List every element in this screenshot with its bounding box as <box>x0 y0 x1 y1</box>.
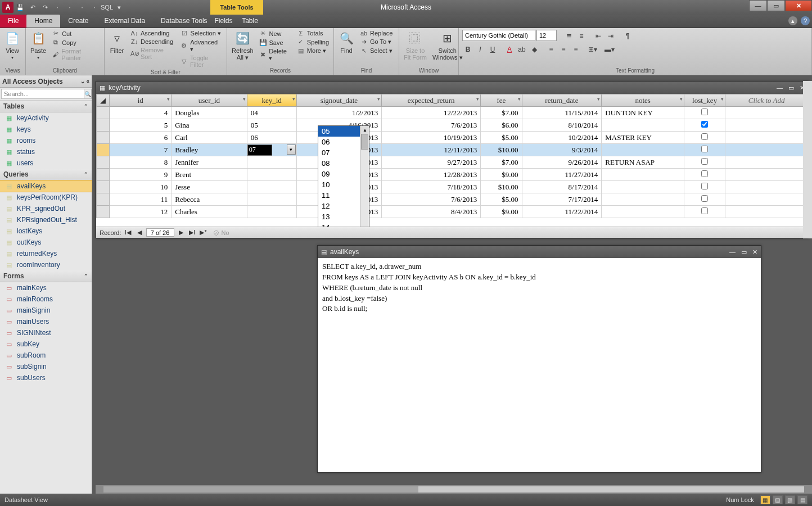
new-button[interactable]: ✳New <box>258 29 292 38</box>
key-id-combo-input[interactable] <box>247 144 272 156</box>
design-view-button[interactable]: ▨ <box>773 495 783 504</box>
filter-dropdown-icon[interactable]: ▾ <box>597 96 600 102</box>
filter-dropdown-icon[interactable]: ▾ <box>167 96 170 102</box>
next-record-button[interactable]: ▶ <box>177 229 186 236</box>
nav-item[interactable]: subSignin <box>0 361 92 372</box>
font-size-input[interactable] <box>536 30 557 41</box>
lost-key-checkbox[interactable] <box>701 183 708 189</box>
nav-item[interactable]: subRoom <box>0 350 92 361</box>
first-record-button[interactable]: I◀ <box>124 229 133 236</box>
qat-save-icon[interactable]: 💾 <box>15 2 26 13</box>
nav-item[interactable]: SIGNINtest <box>0 327 92 338</box>
row-header[interactable] <box>97 107 110 119</box>
italic-button[interactable]: I <box>475 44 486 55</box>
advanced-button[interactable]: ⚙Advanced ▾ <box>179 38 223 53</box>
horizontal-scrollbar[interactable] <box>96 485 812 494</box>
filter-dropdown-icon[interactable]: ▾ <box>292 96 295 102</box>
close-button[interactable]: ✕ <box>785 0 812 11</box>
key-id-dropdown[interactable]: ▲ ▼ 05060708091011121314151626272829 <box>318 125 369 227</box>
underline-button[interactable]: U <box>487 44 498 55</box>
nav-item[interactable]: keys <box>0 124 92 135</box>
nav-item[interactable]: rooms <box>0 135 92 146</box>
inc-indent-icon[interactable]: ⇥ <box>605 31 616 41</box>
font-name-input[interactable] <box>462 30 535 41</box>
qat-btn[interactable]: · <box>89 2 100 13</box>
lost-key-checkbox[interactable] <box>701 158 708 165</box>
close-icon[interactable]: ✕ <box>752 249 757 256</box>
lost-key-checkbox[interactable] <box>701 195 708 202</box>
sql-view-button[interactable]: ▧ <box>785 495 795 504</box>
tab-table[interactable]: Table <box>237 15 263 27</box>
dec-indent-icon[interactable]: ⇤ <box>593 31 604 41</box>
column-header[interactable]: key_id▾ <box>247 94 296 107</box>
row-header[interactable] <box>97 132 110 144</box>
filter-dropdown-icon[interactable]: ▾ <box>721 96 724 102</box>
nav-item[interactable]: roomInventory <box>0 259 92 270</box>
scroll-up-icon[interactable]: ▲ <box>360 126 369 134</box>
qat-more-icon[interactable]: ▾ <box>114 2 125 13</box>
table-row[interactable]: 7Bradley▾1/10/201312/11/2013$10.009/3/20… <box>97 144 808 156</box>
column-header[interactable]: lost_key▾ <box>684 94 725 107</box>
table-row[interactable]: 9Brent3/13/201312/28/2013$9.0011/27/2014 <box>97 169 808 181</box>
nav-item[interactable]: returnedKeys <box>0 248 92 259</box>
filter-dropdown-icon[interactable]: ▾ <box>377 96 380 102</box>
toggle-filter-button[interactable]: ▽Toggle Filter <box>179 54 223 69</box>
bullet-list-icon[interactable]: ≣ <box>563 31 575 41</box>
nav-header[interactable]: All Access Objects ⌄ « <box>0 75 92 88</box>
maximize-button[interactable]: ▭ <box>767 0 785 11</box>
nav-item[interactable]: outKeys <box>0 237 92 248</box>
row-header[interactable] <box>97 169 110 181</box>
lost-key-checkbox[interactable] <box>701 109 708 115</box>
column-header[interactable]: expected_return▾ <box>382 94 481 107</box>
view-button[interactable]: 📄View▾ <box>3 29 21 61</box>
replace-button[interactable]: abReplace <box>359 29 394 37</box>
fill-color-button[interactable]: ◆ <box>529 44 540 55</box>
filter-dropdown-icon[interactable]: ▾ <box>476 96 479 102</box>
selection-button[interactable]: ☑Selection ▾ <box>179 29 223 38</box>
maximize-icon[interactable]: ▭ <box>741 249 747 256</box>
table-row[interactable]: 8Jennifer4/17/20139/27/2013$7.009/26/201… <box>97 156 808 169</box>
save-button[interactable]: 💾Save <box>258 38 292 47</box>
column-header[interactable]: Click to Add▾ <box>725 94 808 107</box>
nav-dropdown-icon[interactable]: ⌄ « <box>80 78 89 84</box>
nav-item[interactable]: keysPerRoom(KPR) <box>0 192 92 203</box>
qat-redo-icon[interactable]: ↷ <box>39 2 51 13</box>
tab-home[interactable]: Home <box>26 15 60 28</box>
column-header[interactable]: notes▾ <box>602 94 684 107</box>
descending-button[interactable]: Z↓Descending <box>129 38 176 46</box>
minimize-ribbon-icon[interactable]: ▴ <box>788 16 797 25</box>
lost-key-checkbox[interactable] <box>701 121 708 128</box>
font-color-button[interactable]: A <box>504 44 515 55</box>
table-row[interactable]: 10Jesse5/8/20137/18/2013$10.008/17/2014 <box>97 181 808 193</box>
layout-view-button[interactable]: ▤ <box>797 495 808 504</box>
align-center-icon[interactable]: ≡ <box>558 44 569 55</box>
maximize-icon[interactable]: ▭ <box>788 84 794 92</box>
table-row[interactable]: 6Carl063/10/201310/19/2013$5.0010/2/2014… <box>97 132 808 144</box>
prev-record-button[interactable]: ◀ <box>135 229 144 236</box>
gridlines-button[interactable]: ⊞▾ <box>587 44 598 55</box>
row-header[interactable] <box>97 156 110 169</box>
sql-editor[interactable]: SELECT a.key_id, a.drawer_num FROM keys … <box>318 258 761 472</box>
nav-group-header[interactable]: Queries⌃ <box>0 169 92 180</box>
lost-key-checkbox[interactable] <box>701 133 708 140</box>
nav-item[interactable]: subKey <box>0 338 92 350</box>
vertical-scrollbar[interactable] <box>803 81 812 238</box>
table-row[interactable]: 5Gina054/16/20137/6/2013$6.008/10/2014 <box>97 119 808 132</box>
copy-button[interactable]: ⧉Copy <box>51 38 101 47</box>
lost-key-checkbox[interactable] <box>701 146 708 152</box>
datasheet-view-button[interactable]: ▦ <box>760 495 770 504</box>
record-position-input[interactable] <box>146 228 174 237</box>
nav-item[interactable]: keyActivity <box>0 112 92 124</box>
more-button[interactable]: ▤More ▾ <box>296 47 330 55</box>
align-right-icon[interactable]: ≡ <box>570 44 581 55</box>
nav-item[interactable]: mainRooms <box>0 293 92 305</box>
table-row[interactable]: 4Douglas041/2/201312/22/2013$7.0011/15/2… <box>97 107 808 119</box>
qat-btn[interactable]: · <box>52 2 63 13</box>
tab-fields[interactable]: Fields <box>210 15 237 27</box>
nav-item[interactable]: mainKeys <box>0 282 92 293</box>
table-row[interactable]: 11Rebecca6/4/20137/6/2013$5.007/17/2014 <box>97 193 808 206</box>
column-header[interactable]: return_date▾ <box>522 94 602 107</box>
minimize-icon[interactable]: — <box>729 249 736 256</box>
highlight-button[interactable]: ab <box>516 44 527 55</box>
nav-item[interactable]: availKeys <box>0 180 92 192</box>
